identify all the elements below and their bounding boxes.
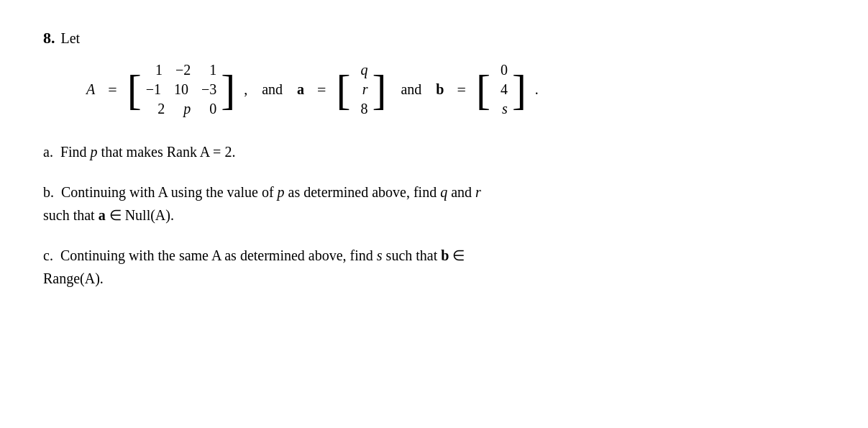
vector-a-expr: a = q r 8 [297,60,386,119]
vector-b-row-0: 0 [495,62,508,78]
vector-b-row-1: 4 [495,81,508,98]
matrix-A-brackets: 1 −2 1 −1 10 −3 2 p 0 [127,60,236,119]
vector-b-expr: b = 0 4 s . [436,60,539,119]
part-a: a. Find p that makes Rank A = 2. [43,140,798,163]
vector-a-row-2: 8 [355,101,367,117]
vector-a-label: a [297,81,304,98]
matrix-A-row-2: 2 p 0 [146,101,217,117]
matrix-A-label: A [86,81,95,98]
bracket-left-b [476,60,490,119]
vector-b-row-2: s [495,101,508,117]
vector-a-content: q r 8 [350,60,372,119]
problem-container: 8. Let A = 1 −2 1 −1 10 −3 [43,29,825,290]
matrix-A-row-0: 1 −2 1 [146,62,217,78]
part-b-text: Continuing with A using the value of p a… [61,184,481,200]
math-equation-row: A = 1 −2 1 −1 10 −3 2 [86,60,825,119]
problem-intro: Let [61,30,81,47]
matrix-A-expr: A = 1 −2 1 −1 10 −3 2 [86,60,247,119]
part-b: b. Continuing with A using the value of … [43,181,798,227]
vector-b-brackets: 0 4 s [476,60,526,119]
problem-number: 8. [43,29,55,47]
bracket-right-a [372,60,386,119]
bracket-right-b [512,60,526,119]
part-c-text: Continuing with the same A as determined… [60,247,465,263]
part-a-text: Find p that makes Rank A = 2. [60,144,236,160]
and-word-1: and [262,81,283,98]
part-b-text-2: such that a ∈ Null(A). [43,207,174,223]
vector-b-label: b [436,81,444,98]
part-c-text-2: Range(A). [43,270,104,286]
bracket-right-A [221,60,235,119]
matrix-A-row-1: −1 10 −3 [146,81,217,98]
part-c: c. Continuing with the same A as determi… [43,244,798,290]
part-c-label: c. [43,247,57,263]
vector-a-row-0: q [355,62,367,78]
vector-a-row-1: r [355,81,367,98]
bracket-left-a [336,60,350,119]
matrix-A-content: 1 −2 1 −1 10 −3 2 p 0 [142,60,221,119]
and-word-2: and [401,81,421,98]
part-b-label: b. [43,184,58,200]
part-a-label: a. [43,144,57,160]
vector-b-content: 0 4 s [490,60,512,119]
problem-header: 8. Let [43,29,825,47]
vector-a-brackets: q r 8 [336,60,386,119]
bracket-left-A [127,60,142,119]
